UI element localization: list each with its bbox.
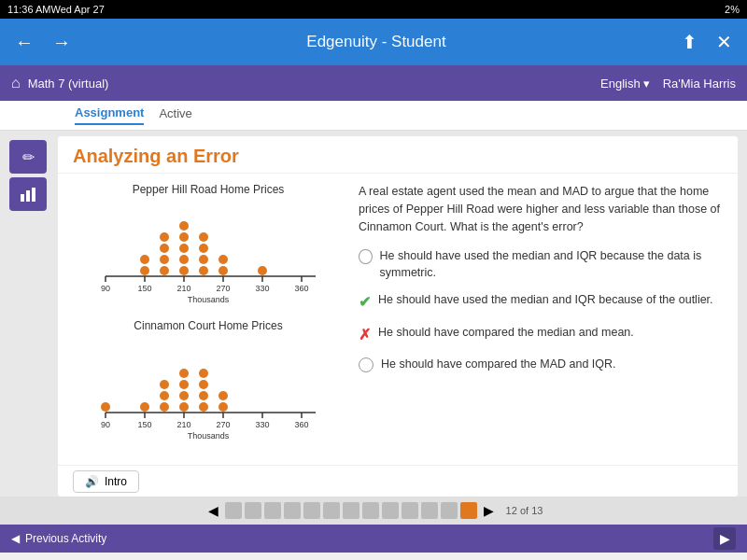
page-dot-4: [284, 502, 301, 519]
date-display: Wed Apr 27: [50, 4, 104, 15]
svg-point-34: [258, 266, 267, 275]
plot2-svg: 90 150 210 270 330 360 Thousands: [73, 336, 344, 439]
page-dot-12: [441, 502, 458, 519]
breadcrumb: Assignment Active: [0, 101, 747, 131]
answer-option-d[interactable]: He should have compared the MAD and IQR.: [359, 357, 723, 373]
page-dot-3: [264, 502, 281, 519]
radio-a[interactable]: [359, 249, 373, 264]
answer-option-a[interactable]: He should have used the median and IQR b…: [359, 248, 723, 281]
answer-text-b: He should have used the median and IQR b…: [378, 292, 713, 309]
time-display: 11:36 AM: [7, 4, 50, 15]
svg-text:90: 90: [101, 284, 110, 293]
answer-option-b[interactable]: ✔ He should have used the median and IQR…: [359, 292, 723, 313]
svg-text:330: 330: [255, 284, 269, 293]
svg-point-63: [140, 402, 149, 412]
svg-point-24: [160, 244, 169, 253]
svg-point-22: [160, 266, 169, 275]
page-dot-8: [362, 502, 379, 519]
svg-text:150: 150: [137, 284, 151, 293]
bottom-controls: 🔊 Intro: [58, 465, 738, 497]
previous-activity-button[interactable]: ◀ Previous Activity: [11, 532, 106, 545]
svg-point-62: [218, 391, 228, 400]
svg-point-20: [179, 232, 189, 242]
svg-point-61: [218, 402, 228, 412]
plot1-svg: 90 150 210 270 330 360 Thousands: [73, 200, 344, 302]
panel-header: Analyzing an Error: [58, 136, 738, 174]
radio-d[interactable]: [359, 357, 374, 372]
back-button[interactable]: ←: [11, 28, 37, 57]
footer-right-arrow[interactable]: ▶: [713, 527, 736, 550]
tab-assignment[interactable]: Assignment: [75, 105, 144, 125]
prev-page-button[interactable]: ◀: [204, 501, 222, 520]
plot1-container: Pepper Hill Road Home Prices 90 150: [73, 183, 344, 306]
svg-point-28: [199, 244, 208, 253]
content-area: ✏ Analyzing an Error Pepper Hill Road Ho…: [0, 131, 747, 497]
plot2-title: Cinnamon Court Home Prices: [73, 319, 344, 332]
svg-text:90: 90: [101, 420, 110, 429]
page-dot-2: [245, 502, 261, 519]
status-bar: 11:36 AM Wed Apr 27 2%: [0, 0, 747, 19]
svg-point-29: [199, 232, 208, 242]
answer-option-c[interactable]: ✗ He should have compared the median and…: [359, 325, 723, 345]
top-nav: ← → Edgenuity - Student ⬆ ✕: [0, 19, 747, 65]
svg-point-53: [179, 369, 189, 378]
svg-point-56: [199, 380, 208, 389]
intro-button[interactable]: 🔊 Intro: [73, 470, 139, 493]
svg-point-57: [199, 369, 208, 378]
pencil-button[interactable]: ✏: [9, 140, 47, 174]
page-dot-11: [421, 502, 438, 519]
panel-title: Analyzing an Error: [73, 146, 723, 167]
svg-point-33: [218, 255, 228, 264]
svg-text:270: 270: [216, 420, 230, 429]
svg-text:210: 210: [176, 284, 190, 293]
svg-point-18: [179, 255, 189, 264]
svg-point-58: [160, 402, 169, 412]
answer-text-a: He should have used the median and IQR b…: [380, 248, 723, 281]
plot1-title: Pepper Hill Road Home Prices: [73, 183, 344, 196]
page-dot-10: [402, 502, 418, 519]
share-button[interactable]: ⬆: [678, 27, 701, 57]
svg-rect-1: [26, 190, 30, 202]
chevron-down-icon: ▾: [643, 77, 650, 91]
page-dot-9: [382, 502, 399, 519]
x-icon: ✗: [359, 325, 371, 345]
check-icon: ✔: [359, 292, 371, 313]
page-dot-6: [323, 502, 340, 519]
home-icon[interactable]: ⌂: [11, 75, 21, 91]
question-text: A real estate agent used the mean and MA…: [359, 183, 723, 235]
left-arrow-icon: ◀: [11, 532, 20, 545]
svg-point-55: [199, 391, 208, 400]
graph-button[interactable]: [9, 177, 47, 211]
svg-point-31: [140, 255, 149, 264]
svg-point-25: [160, 232, 169, 242]
footer-bar: ◀ Previous Activity ▶: [0, 525, 747, 553]
tab-active[interactable]: Active: [159, 106, 191, 124]
question-area: A real estate agent used the mean and MA…: [359, 183, 723, 455]
svg-point-32: [218, 266, 228, 275]
dot-plots: Pepper Hill Road Home Prices 90 150: [73, 183, 344, 455]
language-selector[interactable]: English ▾: [600, 77, 650, 91]
svg-point-17: [179, 266, 189, 275]
plot2-container: Cinnamon Court Home Prices 90 150: [73, 319, 344, 442]
intro-label: Intro: [105, 475, 127, 488]
main-panel: Analyzing an Error Pepper Hill Road Home…: [58, 136, 738, 497]
svg-point-59: [160, 391, 169, 400]
panel-body: Pepper Hill Road Home Prices 90 150: [58, 174, 738, 465]
answer-text-d: He should have compared the MAD and IQR.: [381, 357, 616, 373]
next-page-button[interactable]: ▶: [480, 501, 498, 520]
battery-display: 2%: [725, 4, 740, 15]
svg-point-21: [179, 221, 189, 231]
svg-point-30: [140, 266, 149, 275]
answer-text-c: He should have compared the median and m…: [378, 325, 634, 342]
svg-text:360: 360: [294, 420, 308, 429]
svg-text:210: 210: [176, 420, 190, 429]
svg-text:150: 150: [137, 420, 151, 429]
forward-button[interactable]: →: [49, 28, 75, 57]
svg-point-50: [179, 402, 189, 412]
close-button[interactable]: ✕: [712, 27, 736, 57]
svg-text:Thousands: Thousands: [188, 295, 230, 302]
svg-point-52: [179, 380, 189, 389]
page-dot-5: [303, 502, 320, 519]
app-title: Edgenuity - Student: [306, 33, 445, 51]
svg-point-23: [160, 255, 169, 264]
